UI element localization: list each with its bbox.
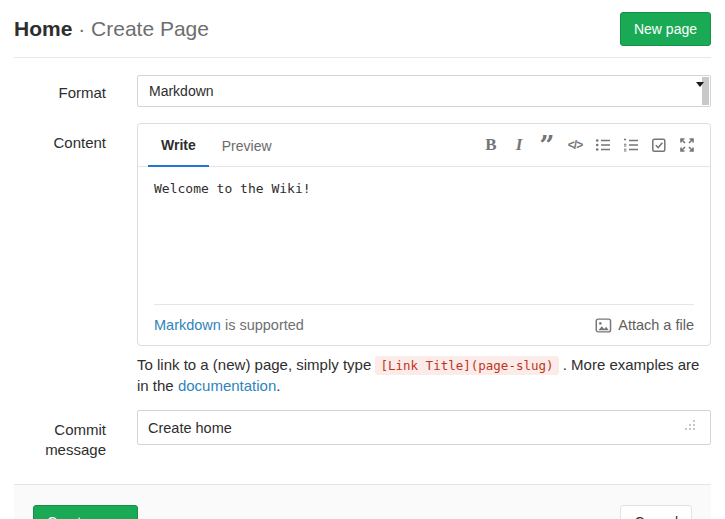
supported-text: is supported xyxy=(221,317,304,333)
format-label: Format xyxy=(14,75,137,107)
format-select[interactable]: Markdown xyxy=(137,75,711,107)
breadcrumb: Home · Create Page xyxy=(14,17,209,41)
content-row: Content Write Preview B I ” </> xyxy=(14,123,711,396)
code-icon[interactable]: </> xyxy=(565,135,585,155)
ordered-list-icon[interactable] xyxy=(621,135,641,155)
chevron-down-icon xyxy=(696,82,704,87)
editor-tab-bar: Write Preview B I ” </> xyxy=(138,124,710,167)
format-select-value: Markdown xyxy=(149,83,214,99)
commit-message-input[interactable] xyxy=(137,410,711,445)
commit-message-row: Commit message xyxy=(14,410,711,460)
commit-label-line2: message xyxy=(14,440,106,460)
task-list-icon[interactable] xyxy=(649,135,669,155)
commit-label-line1: Commit xyxy=(14,420,106,440)
content-label: Content xyxy=(14,123,137,396)
resize-handle-icon[interactable] xyxy=(684,417,696,429)
link-syntax-code: [Link Title](page-slug) xyxy=(375,356,558,375)
markdown-help-link[interactable]: Markdown xyxy=(154,317,221,333)
attach-file-button[interactable]: Attach a file xyxy=(595,317,694,334)
create-page-button[interactable]: Create page xyxy=(33,505,138,519)
format-row: Format Markdown xyxy=(14,75,711,107)
breadcrumb-separator: · xyxy=(78,17,85,40)
bold-icon[interactable]: B xyxy=(481,135,501,155)
link-help-text: To link to a (new) page, simply type [Li… xyxy=(137,355,711,396)
italic-icon[interactable]: I xyxy=(509,135,529,155)
new-page-button[interactable]: New page xyxy=(620,12,711,46)
tab-write[interactable]: Write xyxy=(148,124,209,167)
page-subtitle: Create Page xyxy=(91,17,209,40)
image-attachment-icon xyxy=(595,317,612,334)
documentation-link[interactable]: documentation xyxy=(178,377,276,394)
fullscreen-icon[interactable] xyxy=(677,135,697,155)
quote-icon[interactable]: ” xyxy=(537,135,557,155)
markdown-supported-note: Markdown is supported xyxy=(154,317,304,333)
cancel-button[interactable]: Cancel xyxy=(620,505,692,519)
help-text-period: . xyxy=(276,377,280,394)
attach-file-label: Attach a file xyxy=(618,317,694,333)
wiki-create-page: Home · Create Page New page Format Markd… xyxy=(0,0,725,519)
help-text-before: To link to a (new) page, simply type xyxy=(137,356,375,373)
commit-message-label: Commit message xyxy=(14,410,137,460)
markdown-editor: Write Preview B I ” </> xyxy=(137,123,711,346)
unordered-list-icon[interactable] xyxy=(593,135,613,155)
editor-footer: Markdown is supported Attach a file xyxy=(154,304,694,345)
page-header: Home · Create Page New page xyxy=(14,0,711,58)
form-actions: Create page Cancel xyxy=(14,484,711,519)
content-textarea[interactable]: Welcome to the Wiki! xyxy=(138,167,710,304)
page-title: Home xyxy=(14,17,72,40)
editor-toolbar: B I ” </> xyxy=(473,124,710,166)
tab-preview[interactable]: Preview xyxy=(209,124,285,167)
